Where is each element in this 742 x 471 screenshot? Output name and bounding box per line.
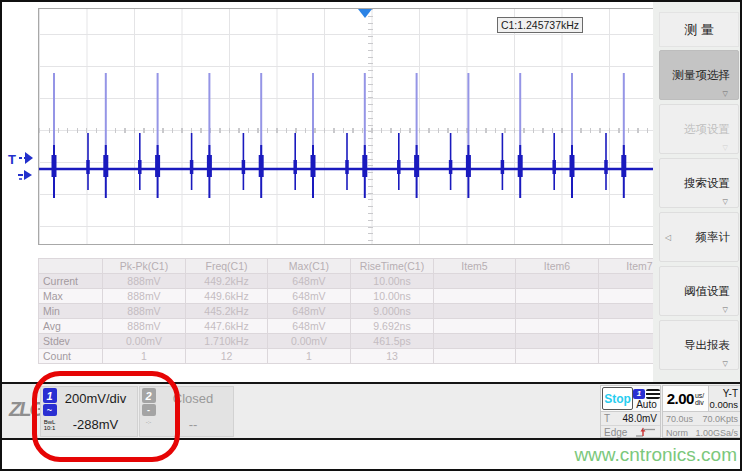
sidebar-item-5[interactable]: 导出报表▽ [659, 320, 739, 370]
table-cell: 9.000ns [351, 304, 434, 319]
sidebar-item-label: 频率计 [696, 230, 731, 245]
sidebar-item-label: 搜索设置 [684, 176, 730, 191]
measurement-table-header: Pk-Pk(C1)Freq(C1)Max(C1)RiseTime(C1)Item… [39, 259, 706, 274]
column-header: Max(C1) [268, 259, 351, 274]
table-cell: 445.2kHz [186, 304, 268, 319]
trigger-coupling-icon [646, 389, 660, 399]
table-cell: 13 [351, 349, 434, 364]
sidebar-item-label: 导出报表 [684, 338, 730, 353]
sidebar-item-label: 选项设置 [684, 122, 730, 137]
row-label: Max [39, 289, 103, 304]
table-cell: 447.6kHz [186, 319, 268, 334]
chevron-down-icon: ▽ [723, 360, 728, 368]
table-cell [434, 334, 516, 349]
table-cell: 9.692ns [351, 319, 434, 334]
sidebar-item-0[interactable]: 测量项选择▽ [659, 50, 739, 100]
measure-menu-title: 测 量 [659, 12, 739, 47]
timebase-panel[interactable]: 2.00 us/div Y-T 0.00ns 70.0us 70.0Kpts N… [662, 385, 742, 438]
trigger-mode: Auto [636, 399, 657, 410]
table-cell [516, 349, 599, 364]
measure-menu-panel: 测 量 测量项选择▽选项设置▽搜索设置▽◁频率计阈值设置▽导出报表▽ [653, 2, 740, 382]
column-header: Item6 [516, 259, 599, 274]
sidebar-item-1[interactable]: 选项设置▽ [659, 104, 739, 154]
waveform-display[interactable] [38, 8, 656, 245]
column-header: RiseTime(C1) [351, 259, 434, 274]
chevron-down-icon: ▽ [723, 306, 728, 314]
sidebar-item-label: 测量项选择 [673, 68, 731, 83]
sidebar-item-2[interactable]: 搜索设置▽ [659, 158, 739, 208]
table-row: Current888mV449.2kHz648mV10.00ns [39, 274, 706, 289]
table-cell [516, 304, 599, 319]
row-label: Count [39, 349, 103, 364]
table-cell: 648mV [268, 304, 351, 319]
channel1-coupling-icon: ~ [43, 404, 57, 416]
sidebar-item-label: 阈值设置 [684, 284, 730, 299]
table-cell: 449.6kHz [186, 289, 268, 304]
timebase-scale: 2.00 [667, 390, 694, 407]
row-label: Stdev [39, 334, 103, 349]
trigger-source-badge: 1 [633, 389, 645, 399]
capture-window: 70.0us [666, 414, 693, 424]
table-cell: 0.00mV [103, 334, 186, 349]
trigger-level-label: T [604, 413, 610, 424]
record-points: 70.0Kpts [702, 414, 738, 424]
table-cell: 10.00ns [351, 274, 434, 289]
channel1-bwl-probe: BwL10:1 [44, 419, 56, 431]
column-header: Pk-Pk(C1) [103, 259, 186, 274]
oscilloscope-app: T C1:1.245737kHz Pk-Pk(C1)Freq(C1)Max(C1… [0, 0, 742, 471]
trigger-position-marker-icon[interactable] [358, 9, 372, 18]
table-cell: 461.5ps [351, 334, 434, 349]
table-corner [39, 259, 103, 274]
table-cell: 12 [186, 349, 268, 364]
display-mode: Y-T [723, 388, 738, 399]
table-cell: 1 [103, 349, 186, 364]
channel2-scale: Closed [157, 391, 229, 406]
table-cell: 10.00ns [351, 289, 434, 304]
watermark: www.cntronics.com [574, 444, 737, 466]
channel2-coupling-icon: - [142, 404, 156, 416]
channel2-badge: 2 [142, 388, 156, 403]
channel1-offset: -288mV [58, 417, 133, 432]
trigger-level-marker-icon[interactable]: T [6, 148, 38, 186]
trigger-level-value: 48.0mV [623, 413, 657, 424]
channel1-block[interactable]: 1 ~ BwL10:1 200mV/div -288mV [40, 386, 138, 437]
chevron-down-icon: ▽ [723, 144, 728, 152]
column-header: Item5 [434, 259, 516, 274]
row-label: Avg [39, 319, 103, 334]
table-cell: 449.2kHz [186, 274, 268, 289]
channel2-block[interactable]: 2 - -:- Closed -- [139, 386, 234, 437]
column-header: Freq(C1) [186, 259, 268, 274]
table-row: Min888mV445.2kHz648mV9.000ns [39, 304, 706, 319]
table-cell [516, 319, 599, 334]
table-cell: 1 [268, 349, 351, 364]
trigger-panel[interactable]: Stop 1 Auto T 48.0mV Edge [600, 385, 661, 438]
c1-frequency-readout: C1:1.245737kHz [497, 17, 583, 33]
sample-rate: 1.00GSa/s [695, 428, 738, 438]
channel1-badge: 1 [43, 388, 57, 403]
channel1-scale: 200mV/div [58, 391, 133, 406]
chevron-left-icon: ◁ [665, 233, 671, 242]
channel2-ratio: -:- [146, 419, 152, 425]
table-cell: 888mV [103, 289, 186, 304]
table-cell [516, 274, 599, 289]
table-cell: 0.00mV [268, 334, 351, 349]
table-cell: 648mV [268, 289, 351, 304]
table-row: Max888mV449.6kHz648mV10.00ns [39, 289, 706, 304]
table-cell [434, 289, 516, 304]
table-cell: 888mV [103, 274, 186, 289]
row-label: Min [39, 304, 103, 319]
sidebar-item-3[interactable]: ◁频率计 [659, 212, 739, 262]
timebase-unit: us/div [695, 392, 704, 406]
table-cell: 648mV [268, 319, 351, 334]
acquisition-mode: Norm [666, 428, 688, 438]
sidebar-item-4[interactable]: 阈值设置▽ [659, 266, 739, 316]
table-cell [516, 334, 599, 349]
channel1-waveform [39, 9, 657, 246]
run-stop-button[interactable]: Stop [602, 387, 633, 410]
table-cell [516, 289, 599, 304]
table-row: Avg888mV447.6kHz648mV9.692ns [39, 319, 706, 334]
table-row: Stdev0.00mV1.710kHz0.00mV461.5ps [39, 334, 706, 349]
trigger-type: Edge [604, 427, 627, 438]
chevron-down-icon: ▽ [723, 90, 728, 98]
rising-edge-icon [635, 427, 657, 438]
